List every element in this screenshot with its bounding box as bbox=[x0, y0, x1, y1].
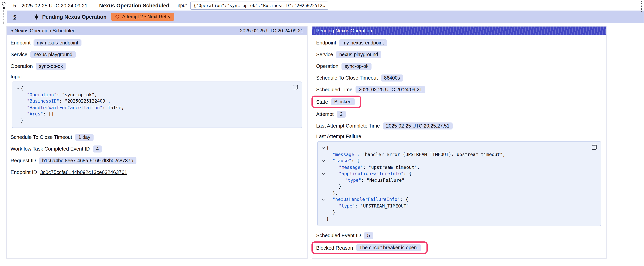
rows-container: 5 2025-02-25 UTC 20:24:09.21 Nexus Opera… bbox=[7, 1, 644, 23]
json-token: } bbox=[339, 184, 342, 189]
json-token: { bbox=[406, 197, 408, 202]
field-label: Attempt bbox=[316, 111, 334, 117]
collapse-chevron-icon[interactable] bbox=[16, 87, 19, 89]
field-row: Attempt 2 bbox=[316, 110, 602, 118]
json-key: "message" bbox=[332, 152, 357, 157]
code-line: "HandlerWaitForCancellation": false, bbox=[14, 104, 291, 111]
event-id[interactable]: 5 bbox=[13, 3, 16, 9]
field-label: Endpoint ID bbox=[10, 169, 37, 175]
json-token: "20250225122409" bbox=[65, 98, 108, 104]
code-line: } bbox=[320, 209, 590, 215]
pending-event-id-link[interactable]: 5 bbox=[13, 14, 16, 20]
code-line: "nexusHandlerFailureInfo": { bbox=[320, 196, 590, 203]
field-row: Operation sync-op-ok bbox=[10, 62, 303, 70]
json-token: } bbox=[332, 209, 335, 215]
detail-panels: 5 Nexus Operation Scheduled 2025-02-25 U… bbox=[6, 26, 644, 258]
json-key: "applicationFailureInfo" bbox=[339, 171, 404, 176]
failure-section-label: Last Attempt Failure bbox=[316, 133, 602, 139]
json-token: }, bbox=[332, 190, 338, 196]
json-token: : bbox=[363, 164, 368, 170]
json-token: } bbox=[21, 118, 24, 123]
code-line: } bbox=[14, 117, 291, 124]
json-token: { bbox=[357, 158, 360, 163]
input-section-label: Input bbox=[10, 74, 303, 80]
field-label: Schedule To Close Timeout bbox=[10, 134, 72, 140]
json-token: "sync-op-ok" bbox=[62, 92, 94, 97]
json-token: : bbox=[352, 158, 357, 163]
pending-operation-panel: Pending Nexus Operation Endpoint my-nexu… bbox=[312, 26, 606, 258]
code-gutter bbox=[320, 183, 326, 190]
field-value-badge: 4 bbox=[93, 145, 102, 152]
scrollbar-dots[interactable] bbox=[641, 1, 642, 12]
field-label: Schedule To Close Timeout bbox=[316, 75, 378, 81]
json-token: , bbox=[94, 92, 97, 97]
code-gutter bbox=[320, 203, 326, 209]
code-gutter bbox=[320, 158, 326, 164]
input-json-content: {"Operation": "sync-op-ok","BusinessID":… bbox=[14, 85, 291, 124]
event-panel-body: Endpoint my-nexus-endpoint Service nexus… bbox=[7, 35, 307, 258]
code-gutter bbox=[320, 151, 326, 158]
field-row: Request ID b1c6a4bc-8ee7-468a-9169-df3b0… bbox=[10, 156, 303, 165]
code-line: "message": "upstream timeout", bbox=[320, 164, 590, 170]
collapse-chevron-icon[interactable] bbox=[322, 146, 324, 149]
field-value-badge: 2 bbox=[337, 111, 346, 118]
field-value-badge: 2025-02-25 UTC 20:24:09.21 bbox=[356, 86, 425, 93]
pending-operation-row[interactable]: 5 Pending Nexus Operation bbox=[7, 11, 644, 23]
code-line: "message": "handler error (UPSTREAM_TIME… bbox=[320, 151, 590, 158]
code-line: "type": "NexusFailure" bbox=[320, 177, 590, 183]
retry-badge-label: Attempt 2 • Next Retry bbox=[122, 14, 170, 20]
failure-json-content: {"message": "handler error (UPSTREAM_TIM… bbox=[320, 145, 590, 222]
code-line: { bbox=[14, 85, 291, 92]
event-panel-header: 5 Nexus Operation Scheduled 2025-02-25 U… bbox=[7, 27, 307, 35]
field-label: Workflow Task Completed Event ID bbox=[10, 146, 90, 152]
code-gutter bbox=[320, 209, 326, 215]
code-line: "Operation": "sync-op-ok", bbox=[14, 92, 291, 98]
code-line: } bbox=[320, 183, 590, 190]
copy-icon[interactable] bbox=[293, 85, 298, 90]
json-token: , bbox=[108, 98, 110, 104]
event-input-preview[interactable]: {"Operation":"sync-op-ok","BusinessID":"… bbox=[190, 1, 328, 10]
json-token: "NexusFailure" bbox=[367, 177, 404, 183]
code-gutter bbox=[320, 215, 326, 222]
json-token: : bbox=[355, 203, 360, 208]
field-label: Blocked Reason bbox=[316, 245, 353, 250]
blocked-reason-annotation-highlight: Blocked Reason The circuit breaker is op… bbox=[312, 241, 428, 254]
event-title: Nexus Operation Scheduled bbox=[99, 3, 170, 9]
field-label: Last Attempt Complete Time bbox=[316, 123, 380, 129]
field-row: Workflow Task Completed Event ID 4 bbox=[10, 145, 303, 153]
json-key: "Args" bbox=[27, 111, 43, 117]
state-badge: Blocked bbox=[331, 98, 355, 105]
field-row: Service nexus-playground bbox=[10, 50, 303, 59]
field-value-badge: my-nexus-endpoint bbox=[339, 39, 387, 46]
field-label: Request ID bbox=[10, 158, 36, 163]
endpoint-id-link[interactable]: 3c0c75ccfa8144b092c13ce632463761 bbox=[40, 169, 127, 175]
pending-title: Pending Nexus Operation bbox=[42, 14, 106, 20]
collapse-chevron-icon[interactable] bbox=[322, 172, 324, 175]
json-token: , bbox=[122, 105, 124, 110]
code-gutter bbox=[14, 98, 21, 104]
failure-json-viewer: {"message": "handler error (UPSTREAM_TIM… bbox=[317, 141, 601, 226]
json-token: { bbox=[21, 85, 24, 91]
asterisk-icon bbox=[34, 14, 39, 19]
event-input-label: Input bbox=[176, 3, 187, 8]
json-token: } bbox=[326, 216, 329, 221]
timeline-dot-icon bbox=[3, 7, 5, 9]
code-gutter bbox=[14, 117, 21, 124]
field-value-badge: b1c6a4bc-8ee7-468a-9169-df3b02c8737b bbox=[39, 157, 136, 164]
code-gutter bbox=[320, 170, 326, 177]
collapse-chevron-icon[interactable] bbox=[322, 198, 324, 200]
code-gutter bbox=[14, 92, 21, 98]
json-key: "cause" bbox=[332, 158, 352, 163]
collapse-chevron-icon[interactable] bbox=[322, 159, 324, 162]
event-row-scheduled[interactable]: 5 2025-02-25 UTC 20:24:09.21 Nexus Opera… bbox=[7, 1, 644, 11]
field-value-badge: sync-op-ok bbox=[36, 63, 66, 70]
retry-badge: Attempt 2 • Next Retry bbox=[111, 13, 174, 21]
copy-icon[interactable] bbox=[592, 145, 597, 150]
input-json-viewer: {"Operation": "sync-op-ok","BusinessID":… bbox=[12, 82, 302, 128]
json-token: "UPSTREAM_TIMEOUT" bbox=[360, 203, 409, 208]
json-token: : bbox=[56, 92, 62, 97]
code-gutter bbox=[320, 145, 326, 151]
json-key: "Operation" bbox=[27, 92, 56, 97]
field-label: Service bbox=[316, 52, 333, 57]
event-history-rows: 5 2025-02-25 UTC 20:24:09.21 Nexus Opera… bbox=[0, 1, 644, 23]
